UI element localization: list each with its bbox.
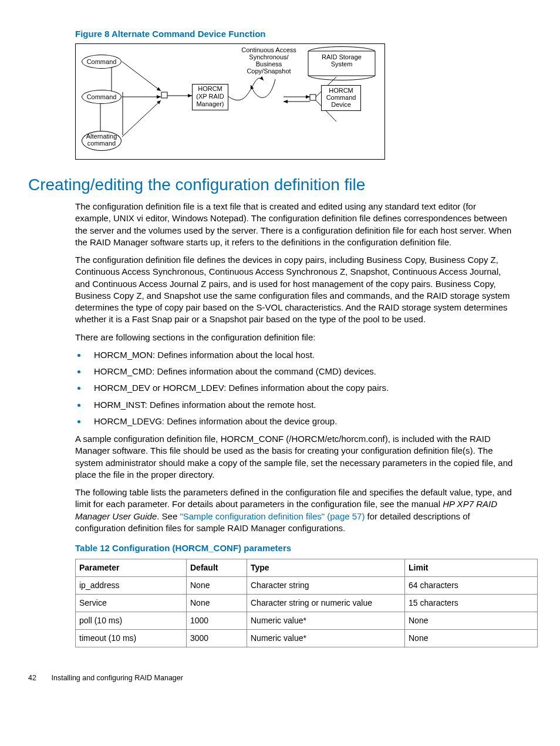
table-row: poll (10 ms) 1000 Numeric value* None [76, 612, 538, 629]
config-parameters-table: Parameter Default Type Limit ip_address … [75, 559, 538, 647]
figure-label-raid: RAID Storage System [311, 53, 373, 67]
th-limit: Limit [405, 559, 538, 577]
td: 3000 [187, 629, 247, 647]
td: Character string or numeric value [247, 595, 405, 612]
list-item: HORCM_CMD: Defines information about the… [87, 366, 513, 377]
paragraph-1: The configuration definition file is a t… [75, 201, 513, 248]
page-number: 42 [28, 673, 49, 683]
td: Service [76, 595, 187, 612]
figure-node-command-1: Command [82, 55, 122, 69]
td: None [187, 577, 247, 595]
paragraph-3: There are following sections in the conf… [75, 332, 513, 343]
th-parameter: Parameter [76, 559, 187, 577]
td: None [187, 595, 247, 612]
para5-see: . See [157, 511, 180, 521]
td: 1000 [187, 612, 247, 629]
svg-line-5 [122, 100, 161, 137]
td: 64 characters [405, 577, 538, 595]
td: 15 characters [405, 595, 538, 612]
list-item: HORM_INST: Defines information about the… [87, 399, 513, 411]
td: None [405, 629, 538, 647]
figure-node-alternating: Alternating command [82, 131, 122, 151]
cross-reference-link[interactable]: "Sample configuration definition files" … [180, 511, 365, 521]
list-item: HORCM_LDEVG: Defines information about t… [87, 416, 513, 427]
td: Numeric value* [247, 629, 405, 647]
figure-node-horcm: HORCM (XP RAID Manager) [192, 84, 228, 110]
figure-node-command-2: Command [82, 90, 122, 104]
figure-caption: Figure 8 Alternate Command Device Functi… [75, 28, 527, 40]
figure-label-ca: Continuous Access Synchronous/ Business … [235, 46, 302, 75]
td: Numeric value* [247, 612, 405, 629]
page-footer: 42 Installing and configuring RAID Manag… [28, 673, 527, 683]
th-default: Default [187, 559, 247, 577]
td: poll (10 ms) [76, 612, 187, 629]
footer-title: Installing and configuring RAID Manager [51, 674, 183, 682]
figure-node-horcm-device: HORCM Command Device [321, 85, 361, 111]
td: Character string [247, 577, 405, 595]
td: timeout (10 ms) [76, 629, 187, 647]
paragraph-2: The configuration definition file define… [75, 254, 513, 326]
list-item: HORCM_DEV or HORCM_LDEV: Defines informa… [87, 382, 513, 394]
table-row: timeout (10 ms) 3000 Numeric value* None [76, 629, 538, 647]
paragraph-5: The following table lists the parameters… [75, 487, 513, 534]
table-caption: Table 12 Configuration (HORCM_CONF) para… [75, 542, 527, 554]
svg-line-3 [122, 62, 161, 91]
section-heading: Creating/editing the configuration defin… [28, 174, 527, 196]
table-row: ip_address None Character string 64 char… [76, 577, 538, 595]
figure-8-diagram: Command Command Alternating command HORC… [75, 43, 385, 160]
th-type: Type [247, 559, 405, 577]
body-content: The configuration definition file is a t… [75, 201, 513, 534]
paragraph-4: A sample configuration definition file, … [75, 433, 513, 481]
list-item: HORCM_MON: Defines information about the… [87, 349, 513, 361]
svg-rect-10 [310, 94, 316, 100]
table-row: Service None Character string or numeric… [76, 595, 538, 612]
table-header-row: Parameter Default Type Limit [76, 559, 538, 577]
svg-rect-7 [161, 92, 167, 98]
td: None [405, 612, 538, 629]
sections-list: HORCM_MON: Defines information about the… [75, 349, 513, 427]
td: ip_address [76, 577, 187, 595]
